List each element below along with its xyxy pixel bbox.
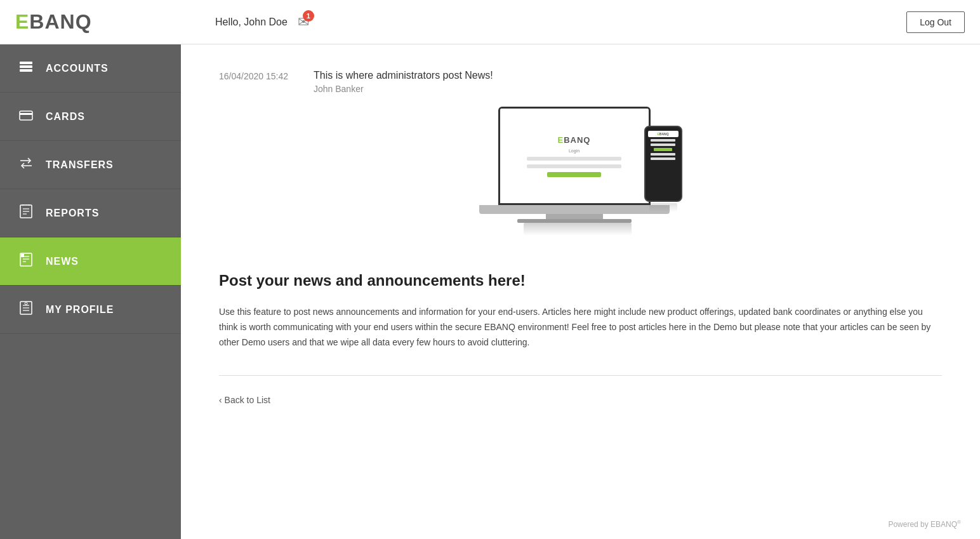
sidebar-profile-label: MY PROFILE (46, 304, 114, 316)
content-divider (219, 375, 942, 376)
svg-rect-3 (20, 111, 32, 120)
cards-icon (18, 109, 34, 124)
phone-line-2 (651, 143, 675, 146)
phone-logo: EBANQ (648, 131, 679, 137)
svg-rect-2 (20, 69, 32, 72)
svg-rect-4 (20, 113, 32, 115)
laptop-screen: EBANQ Login (498, 107, 651, 205)
sidebar-news-label: NEWS (46, 256, 79, 267)
phone-reflection (649, 203, 677, 212)
logo-text: EBANQ (15, 10, 92, 34)
notification-badge: 1 (303, 10, 314, 22)
laptop-screen-inner: EBANQ Login (500, 109, 649, 203)
main-content: 16/04/2020 15:42 This is where administr… (181, 44, 980, 539)
sidebar: ACCOUNTS CARDS TRANSFERS (0, 44, 181, 539)
header: EBANQ Hello, John Doe ✉ 1 Log Out (0, 0, 980, 44)
sidebar-item-cards[interactable]: CARDS (0, 93, 181, 141)
device-illustration: EBANQ Login EBANQ (479, 107, 682, 246)
sidebar-item-reports[interactable]: REPORTS (0, 189, 181, 237)
news-body-text: Use this feature to post news announceme… (219, 305, 942, 350)
accounts-icon (18, 60, 34, 77)
phone-device: EBANQ (644, 126, 682, 202)
svg-rect-15 (21, 254, 24, 257)
news-article-title: This is where administrators post News! (314, 70, 493, 81)
news-image-container: EBANQ Login EBANQ (219, 107, 942, 246)
sidebar-accounts-label: ACCOUNTS (46, 63, 109, 74)
logo: EBANQ (15, 10, 196, 34)
phone-btn (654, 148, 672, 151)
profile-icon (18, 301, 34, 318)
sidebar-reports-label: REPORTS (46, 208, 99, 219)
svg-rect-1 (20, 65, 32, 68)
svg-rect-0 (20, 62, 32, 64)
screen-login-btn (547, 172, 602, 177)
news-date: 16/04/2020 15:42 (219, 70, 288, 81)
screen-input-2 (527, 164, 622, 168)
news-header-info: This is where administrators post News! … (314, 70, 493, 94)
notification-bell[interactable]: ✉ 1 (298, 14, 309, 30)
news-icon (18, 253, 34, 270)
sidebar-item-news[interactable]: NEWS (0, 237, 181, 286)
footer-powered-by: Powered by EBANQ® (888, 519, 961, 529)
news-meta: 16/04/2020 15:42 This is where administr… (219, 70, 942, 94)
header-right: Hello, John Doe ✉ 1 Log Out (196, 11, 965, 33)
svg-point-20 (25, 302, 27, 305)
phone-line-3 (651, 153, 675, 156)
news-body-heading: Post your news and announcements here! (219, 272, 942, 289)
laptop-reflection (524, 223, 632, 236)
transfers-icon (18, 156, 34, 173)
sidebar-transfers-label: TRANSFERS (46, 159, 114, 171)
greeting-text: Hello, John Doe (215, 17, 288, 28)
reports-icon (18, 204, 34, 222)
screen-logo: EBANQ (558, 135, 591, 145)
sidebar-item-accounts[interactable]: ACCOUNTS (0, 44, 181, 93)
phone-line-4 (651, 157, 675, 160)
logout-button[interactable]: Log Out (906, 11, 965, 33)
sidebar-item-my-profile[interactable]: MY PROFILE (0, 286, 181, 334)
sidebar-cards-label: CARDS (46, 111, 85, 123)
screen-input-1 (527, 157, 622, 161)
news-author: John Banker (314, 84, 493, 94)
phone-line-1 (651, 139, 675, 142)
laptop-stand (546, 214, 603, 219)
sidebar-item-transfers[interactable]: TRANSFERS (0, 141, 181, 189)
screen-login-label: Login (569, 149, 579, 153)
back-to-list-link[interactable]: ‹ Back to List (219, 395, 270, 405)
layout: ACCOUNTS CARDS TRANSFERS (0, 44, 980, 539)
laptop-base (479, 205, 670, 214)
